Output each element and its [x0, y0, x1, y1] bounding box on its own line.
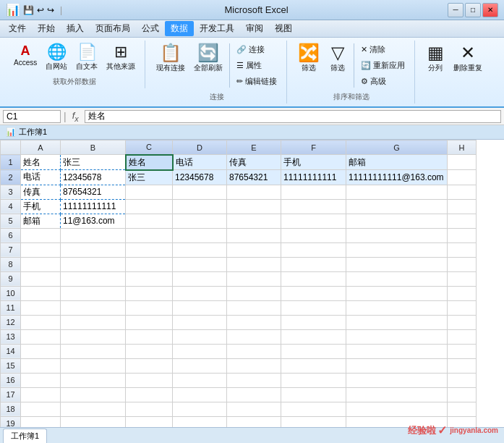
close-button[interactable]: ✕: [482, 3, 498, 17]
cell[interactable]: [126, 257, 173, 271]
connect-button[interactable]: 🔗 连接: [233, 42, 281, 57]
cell[interactable]: [61, 271, 126, 286]
cell[interactable]: [173, 329, 227, 344]
cell[interactable]: [61, 344, 126, 358]
cell[interactable]: [281, 286, 346, 300]
cell[interactable]: [346, 242, 448, 257]
cell[interactable]: [448, 214, 477, 228]
cell[interactable]: [227, 358, 281, 373]
cell[interactable]: [448, 242, 477, 257]
cell[interactable]: [173, 242, 227, 257]
cell[interactable]: [227, 373, 281, 387]
cell[interactable]: [227, 242, 281, 257]
cell[interactable]: [448, 358, 477, 373]
other-sources-button[interactable]: ⊞ 其他来源: [103, 42, 139, 74]
cell[interactable]: [448, 315, 477, 329]
menu-formula[interactable]: 公式: [136, 21, 165, 36]
sort-button[interactable]: 🔀 筛选: [294, 42, 323, 89]
menu-file[interactable]: 文件: [3, 21, 32, 36]
minimize-button[interactable]: ─: [448, 3, 464, 17]
cell[interactable]: [227, 271, 281, 286]
cell[interactable]: [21, 300, 61, 315]
cell[interactable]: [61, 373, 126, 387]
cell[interactable]: [61, 242, 126, 257]
menu-developer[interactable]: 开发工具: [194, 21, 240, 36]
cell[interactable]: [346, 358, 448, 373]
cell[interactable]: [281, 387, 346, 402]
cell[interactable]: [448, 257, 477, 271]
clear-button[interactable]: ✕ 清除: [357, 42, 409, 57]
cell[interactable]: 12345678: [61, 170, 126, 185]
cell[interactable]: [281, 329, 346, 344]
cell[interactable]: [126, 402, 173, 416]
cell[interactable]: [448, 199, 477, 214]
cell[interactable]: [227, 387, 281, 402]
advanced-button[interactable]: ⚙ 高级: [357, 74, 409, 89]
cell[interactable]: [448, 271, 477, 286]
cell[interactable]: [227, 402, 281, 416]
cell[interactable]: [21, 416, 61, 427]
cell[interactable]: 传真: [227, 155, 281, 170]
cell[interactable]: [227, 257, 281, 271]
cell[interactable]: [21, 329, 61, 344]
col-header-B[interactable]: B: [61, 140, 126, 155]
undo-icon[interactable]: ↩: [37, 5, 44, 15]
cell[interactable]: [126, 199, 173, 214]
name-box[interactable]: [3, 110, 61, 123]
row-header-6[interactable]: 6: [1, 228, 21, 242]
cell[interactable]: 12345678: [173, 170, 227, 185]
cell[interactable]: [346, 286, 448, 300]
cell[interactable]: [173, 286, 227, 300]
cell[interactable]: [173, 185, 227, 199]
cell[interactable]: [126, 315, 173, 329]
cell[interactable]: [281, 300, 346, 315]
row-header-12[interactable]: 12: [1, 315, 21, 329]
cell[interactable]: [61, 416, 126, 427]
cell[interactable]: [346, 315, 448, 329]
edit-links-button[interactable]: ✏ 编辑链接: [233, 74, 281, 89]
cell[interactable]: [281, 257, 346, 271]
formula-input[interactable]: [85, 110, 501, 123]
cell[interactable]: 11@163.com: [61, 214, 126, 228]
cell[interactable]: [281, 271, 346, 286]
cell[interactable]: [227, 416, 281, 427]
from-web-button[interactable]: 🌐 自网站: [42, 42, 71, 74]
cell[interactable]: [448, 286, 477, 300]
row-header-4[interactable]: 4: [1, 199, 21, 214]
cell[interactable]: 电话: [21, 170, 61, 185]
cell[interactable]: [227, 214, 281, 228]
cell[interactable]: [173, 344, 227, 358]
cell[interactable]: [21, 344, 61, 358]
split-column-button[interactable]: ▦ 分列: [422, 42, 448, 75]
cell[interactable]: 11111111111: [61, 199, 126, 214]
cell[interactable]: 传真: [21, 185, 61, 199]
row-header-10[interactable]: 10: [1, 286, 21, 300]
cell[interactable]: [281, 358, 346, 373]
cell[interactable]: 张三: [61, 155, 126, 170]
cell[interactable]: 手机: [21, 199, 61, 214]
cell[interactable]: [173, 315, 227, 329]
cell[interactable]: [126, 214, 173, 228]
cell[interactable]: [281, 228, 346, 242]
refresh-all-button[interactable]: 🔄 全部刷新: [190, 42, 226, 89]
from-text-button[interactable]: 📄 自文本: [72, 42, 101, 74]
cell[interactable]: [61, 315, 126, 329]
cell[interactable]: 87654321: [227, 170, 281, 185]
cell[interactable]: 87654321: [61, 185, 126, 199]
cell[interactable]: [126, 286, 173, 300]
quick-save-icon[interactable]: 💾: [23, 5, 34, 15]
cell[interactable]: [126, 373, 173, 387]
cell[interactable]: 姓名: [21, 155, 61, 170]
cell[interactable]: [21, 387, 61, 402]
cell[interactable]: [448, 300, 477, 315]
cell[interactable]: [126, 185, 173, 199]
cell[interactable]: [126, 242, 173, 257]
row-header-13[interactable]: 13: [1, 329, 21, 344]
cell[interactable]: [126, 344, 173, 358]
cell[interactable]: [173, 214, 227, 228]
cell[interactable]: [346, 387, 448, 402]
cell[interactable]: [126, 387, 173, 402]
cell[interactable]: [448, 329, 477, 344]
cell[interactable]: [346, 344, 448, 358]
spreadsheet-area[interactable]: A B C D E F G H 1姓名张三姓名电话传真手机邮箱2电话123456…: [0, 140, 504, 427]
